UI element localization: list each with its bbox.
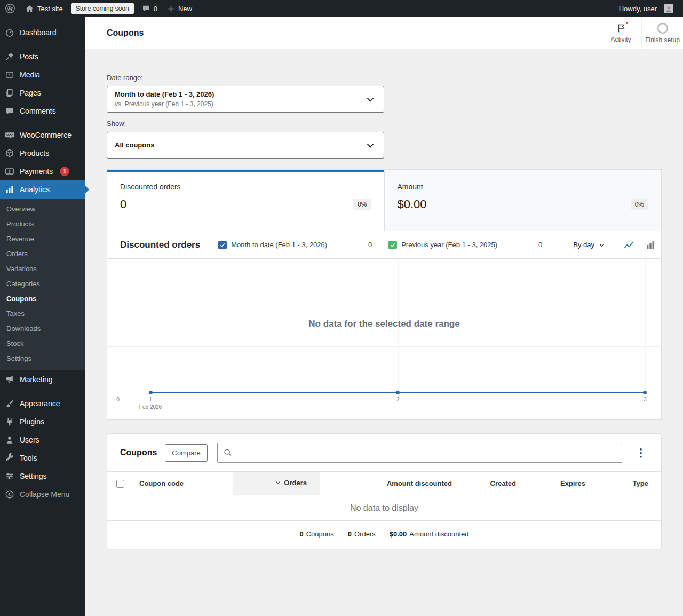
sidebar-item-analytics[interactable]: Analytics [0,180,85,199]
menu-separator [0,42,85,48]
sidebar-item-media[interactable]: Media [0,66,85,84]
sidebar-item-label: WooCommerce [20,131,72,139]
compare-button[interactable]: Compare [165,444,207,462]
activity-panel-button[interactable]: Activity [600,17,641,49]
bar-chart-toggle[interactable] [640,231,661,259]
column-header-amount-discounted[interactable]: Amount discounted [320,472,465,495]
summary-card-amount[interactable]: Amount $0.00 0% [384,170,662,231]
table-empty-message: No data to display [107,495,661,521]
admin-sidebar: Dashboard Posts Media Pages Comments Woo… [0,17,85,616]
table-menu-button[interactable]: ⋮ [633,447,648,458]
legend-item-current-period[interactable]: Month to date (Feb 1 - 3, 2026) 0 [218,241,372,249]
menu-separator [0,120,85,126]
submenu-item-categories[interactable]: Categories [0,277,85,291]
chevron-down-icon [598,241,606,249]
summary-card-value: $0.00 [398,198,427,211]
media-icon [4,70,15,80]
gridline [107,346,661,347]
submenu-item-settings[interactable]: Settings [0,351,85,366]
sidebar-item-label: Products [20,149,49,157]
legend-label: Previous year (Feb 1 - 3, 2025) [401,241,533,249]
sidebar-item-woocommerce[interactable]: WooCommerce [0,126,85,144]
summary-card-label: Amount [398,183,649,191]
sidebar-item-marketing[interactable]: Marketing [0,370,85,389]
sidebar-item-plugins[interactable]: Plugins [0,413,85,431]
interval-select[interactable]: By day [569,241,618,249]
axis-tick-label: 0 [116,397,120,402]
sidebar-item-pages[interactable]: Pages [0,84,85,102]
sidebar-item-comments[interactable]: Comments [0,102,85,120]
interval-value: By day [573,241,594,249]
wordpress-logo-menu[interactable] [0,0,20,17]
brush-icon [4,399,15,408]
comments-shortcut[interactable]: 0 [137,0,162,17]
sidebar-item-label: Users [20,436,39,444]
delta-badge: 0% [631,199,648,210]
main-area: Coupons Activity Finish setup Date range… [85,0,683,549]
column-header-type[interactable]: Type [598,472,661,495]
select-all-checkbox[interactable] [116,480,124,488]
search-input[interactable] [236,443,616,462]
sidebar-item-users[interactable]: Users [0,431,85,449]
chevron-down-icon [364,93,376,105]
sidebar-item-tools[interactable]: Tools [0,449,85,467]
search-box[interactable] [217,443,622,463]
submenu-item-overview[interactable]: Overview [0,202,85,217]
sidebar-item-label: Settings [20,472,47,480]
submenu-item-taxes[interactable]: Taxes [0,306,85,321]
submenu-item-orders[interactable]: Orders [0,247,85,262]
column-header-orders[interactable]: Orders [233,472,320,495]
table-header-row: Coupon code Orders Amount discounted Cre… [107,472,661,495]
sidebar-item-products[interactable]: Products [0,144,85,162]
date-range-dropdown[interactable]: Month to date (Feb 1 - 3, 2026) vs. Prev… [107,86,384,113]
submenu-item-downloads[interactable]: Downloads [0,321,85,336]
collapse-arrow-icon [4,489,15,499]
summary-amount-discounted: $0.00 Amount discounted [390,530,469,538]
settings-icon [4,471,15,481]
coupons-table: Coupon code Orders Amount discounted Cre… [107,471,661,521]
sidebar-item-label: Comments [20,107,56,115]
summary-coupons: 0 Coupons [299,530,333,538]
admin-bar: Test site Store coming soon 0 New Howdy,… [0,0,683,17]
sidebar-item-appearance[interactable]: Appearance [0,394,85,413]
line-chart-toggle[interactable] [618,231,640,259]
site-name: Test site [37,5,63,13]
sidebar-item-label: Analytics [20,185,50,194]
sidebar-item-payments[interactable]: Payments 1 [0,162,85,180]
sidebar-item-settings[interactable]: Settings [0,467,85,485]
chart-header: Discounted orders Month to date (Feb 1 -… [107,231,661,259]
submenu-item-revenue[interactable]: Revenue [0,232,85,247]
chart-data-point [396,391,400,394]
submenu-item-variations[interactable]: Variations [0,262,85,277]
collapse-menu-label: Collapse Menu [20,490,69,499]
legend-item-previous-period[interactable]: Previous year (Feb 1 - 3, 2025) 0 [388,241,542,249]
finish-setup-button[interactable]: Finish setup [641,17,683,49]
chart-area: No data for the selected date range 0 1 … [107,259,661,419]
sidebar-item-label: Pages [20,89,41,97]
new-content-menu[interactable]: New [162,0,197,17]
pages-icon [4,88,15,98]
collapse-menu-button[interactable]: Collapse Menu [0,485,85,503]
column-header-coupon-code[interactable]: Coupon code [133,472,233,495]
new-label: New [178,5,192,13]
column-header-expires[interactable]: Expires [529,472,598,495]
column-header-created[interactable]: Created [465,472,529,495]
summary-card-label: Discounted orders [120,183,371,191]
show-filter-dropdown[interactable]: All coupons [107,132,384,159]
date-range-compare: vs. Previous year (Feb 1 - 3, 2025) [115,100,214,108]
howdy-text: Howdy, user [619,5,657,13]
progress-ring-icon [656,22,669,35]
sidebar-item-dashboard[interactable]: Dashboard [0,23,85,42]
submenu-item-products[interactable]: Products [0,217,85,232]
delta-badge: 0% [353,199,371,210]
my-account-menu[interactable]: Howdy, user [614,0,678,17]
sidebar-item-label: Tools [20,454,37,462]
submenu-item-stock[interactable]: Stock [0,336,85,351]
submenu-item-coupons[interactable]: Coupons [0,291,85,306]
summary-card-discounted-orders[interactable]: Discounted orders 0 0% [107,170,384,231]
sidebar-item-label: Appearance [20,399,60,408]
wrench-icon [4,453,15,463]
site-name-link[interactable]: Test site [20,0,68,17]
sidebar-item-posts[interactable]: Posts [0,48,85,66]
box-icon [4,148,15,158]
